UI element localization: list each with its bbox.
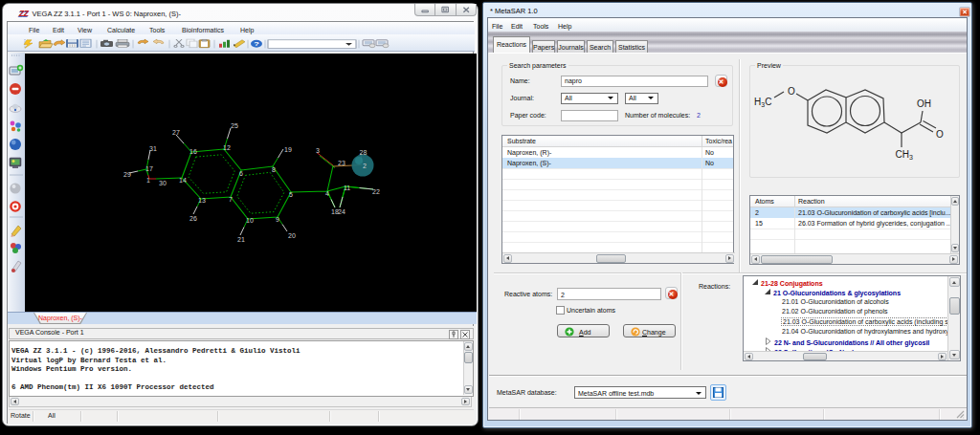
svg-text:20: 20 (288, 232, 296, 239)
svg-text:21: 21 (237, 236, 245, 243)
svg-text:10: 10 (246, 217, 254, 224)
svg-text:1: 1 (146, 177, 150, 184)
svg-text:26: 26 (189, 215, 197, 222)
svg-text:?: ? (254, 41, 259, 48)
svg-text:5: 5 (289, 191, 293, 198)
svg-text:31: 31 (149, 145, 157, 152)
svg-text:2: 2 (363, 163, 367, 169)
svg-text:OH: OH (917, 98, 931, 109)
svg-text:16: 16 (189, 148, 197, 155)
svg-text:13: 13 (198, 197, 206, 204)
svg-text:6: 6 (239, 170, 243, 177)
svg-text:17: 17 (145, 165, 153, 172)
svg-text:H3C: H3C (754, 97, 771, 108)
svg-text:23: 23 (338, 160, 345, 166)
svg-text:24: 24 (338, 208, 345, 215)
svg-text:29: 29 (123, 171, 131, 178)
svg-text:O: O (936, 129, 944, 140)
svg-text:9: 9 (276, 216, 279, 223)
svg-text:4: 4 (325, 190, 329, 197)
svg-text:O: O (788, 86, 795, 97)
svg-text:7: 7 (229, 196, 233, 203)
svg-text:14: 14 (179, 177, 187, 184)
svg-text:19: 19 (284, 146, 292, 153)
svg-text:11: 11 (344, 185, 350, 191)
svg-text:8: 8 (272, 166, 276, 173)
svg-text:27: 27 (172, 129, 180, 136)
svg-text:22: 22 (372, 188, 380, 195)
svg-text:28: 28 (360, 149, 368, 156)
svg-text:30: 30 (159, 180, 167, 186)
svg-text:12: 12 (223, 144, 231, 151)
svg-text:CH3: CH3 (896, 149, 913, 161)
svg-text:3: 3 (316, 147, 320, 154)
svg-text:25: 25 (231, 122, 238, 129)
